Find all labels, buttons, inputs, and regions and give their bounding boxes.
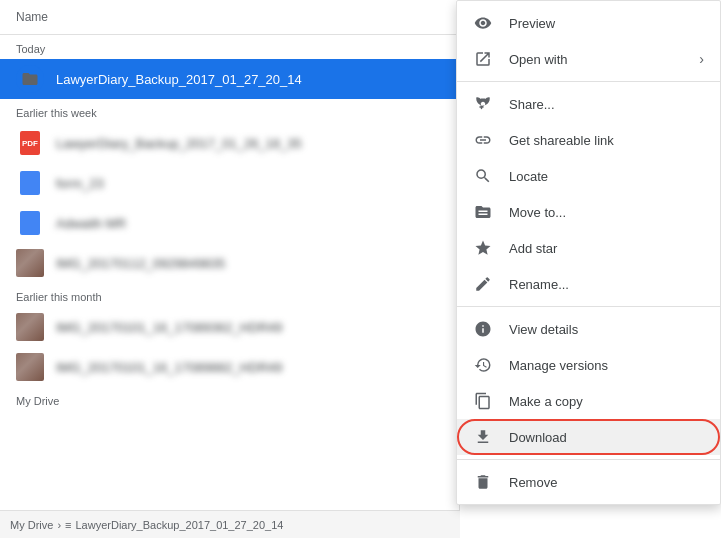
menu-item-make-copy[interactable]: Make a copy [457,383,720,419]
trash-icon [473,472,493,492]
file-name: Adwaith MR [56,216,126,231]
file-list-panel: Name Today LawyerDiary_Backup_2017_01_27… [0,0,460,510]
menu-item-share[interactable]: Share... [457,86,720,122]
star-icon [473,238,493,258]
share-label: Share... [509,97,704,112]
versions-icon [473,355,493,375]
view-details-label: View details [509,322,704,337]
list-item[interactable]: IMG_20170101_16_17089362_HDR49 [0,307,459,347]
breadcrumb-folder: LawyerDiary_Backup_2017_01_27_20_14 [75,519,283,531]
preview-label: Preview [509,16,704,31]
file-name: LawyerDiary_Backup_2017_01_26_18_35 [56,136,302,151]
menu-item-preview[interactable]: Preview [457,5,720,41]
remove-label: Remove [509,475,704,490]
menu-item-open-with[interactable]: Open with › [457,41,720,77]
open-with-icon [473,49,493,69]
menu-item-locate[interactable]: Locate [457,158,720,194]
manage-versions-label: Manage versions [509,358,704,373]
list-item[interactable]: IMG_20170112_0929849835 [0,243,459,283]
section-my-drive: My Drive [0,387,459,411]
share-icon [473,94,493,114]
open-with-label: Open with [509,52,699,67]
locate-icon [473,166,493,186]
photo-icon [16,353,44,381]
doc-icon [16,169,44,197]
locate-label: Locate [509,169,704,184]
divider [457,81,720,82]
chevron-right-icon: › [699,51,704,67]
menu-item-move-to[interactable]: Move to... [457,194,720,230]
copy-icon [473,391,493,411]
move-to-label: Move to... [509,205,704,220]
selected-file-name: LawyerDiary_Backup_2017_01_27_20_14 [56,72,302,87]
make-copy-label: Make a copy [509,394,704,409]
list-item[interactable]: IMG_20170101_16_17089882_HDR49 [0,347,459,387]
file-name: IMG_20170112_0929849835 [56,256,225,271]
menu-item-add-star[interactable]: Add star [457,230,720,266]
list-item[interactable]: PDF LawyerDiary_Backup_2017_01_26_18_35 [0,123,459,163]
menu-item-rename[interactable]: Rename... [457,266,720,302]
breadcrumb-sep1: › [57,519,61,531]
add-star-label: Add star [509,241,704,256]
menu-item-download[interactable]: Download [457,419,720,455]
doc-blue-icon [16,209,44,237]
breadcrumb: My Drive › ≡ LawyerDiary_Backup_2017_01_… [0,510,460,538]
file-name: IMG_20170101_16_17089882_HDR49 [56,360,282,375]
rename-icon [473,274,493,294]
breadcrumb-menu[interactable]: ≡ [65,519,71,531]
menu-item-view-details[interactable]: View details [457,311,720,347]
download-icon [473,427,493,447]
move-icon [473,202,493,222]
list-item[interactable]: Adwaith MR [0,203,459,243]
download-label: Download [509,430,704,445]
file-name: IMG_20170101_16_17089362_HDR49 [56,320,282,335]
section-earlier-week: Earlier this week [0,99,459,123]
get-link-label: Get shareable link [509,133,704,148]
file-name: form_23 [56,176,104,191]
link-icon [473,130,493,150]
section-earlier-month: Earlier this month [0,283,459,307]
context-menu: Preview Open with › Share... Get shareab… [456,0,721,505]
menu-item-manage-versions[interactable]: Manage versions [457,347,720,383]
info-icon [473,319,493,339]
section-today: Today [0,35,459,59]
rename-label: Rename... [509,277,704,292]
folder-special-icon [16,65,44,93]
breadcrumb-mydrive[interactable]: My Drive [10,519,53,531]
file-item-selected[interactable]: LawyerDiary_Backup_2017_01_27_20_14 [0,59,459,99]
photo-icon [16,249,44,277]
menu-item-get-link[interactable]: Get shareable link [457,122,720,158]
pdf-icon: PDF [16,129,44,157]
divider [457,459,720,460]
eye-icon [473,13,493,33]
divider [457,306,720,307]
menu-item-remove[interactable]: Remove [457,464,720,500]
column-header: Name [0,0,459,35]
photo-icon [16,313,44,341]
list-item[interactable]: form_23 [0,163,459,203]
